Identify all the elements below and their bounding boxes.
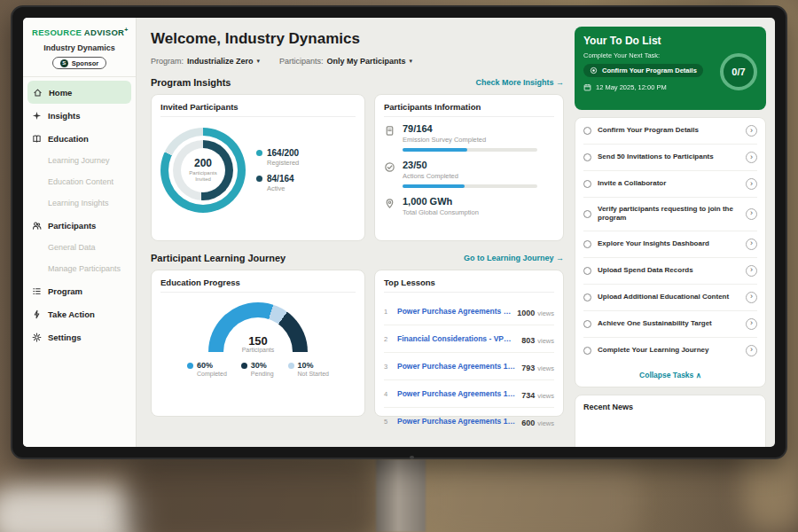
sidebar-item-manage-participants[interactable]: Manage Participants <box>23 258 136 279</box>
sidebar-item-home[interactable]: Home <box>27 81 131 104</box>
progress-bar <box>403 184 537 188</box>
monitor-bezel: RESOURCE ADVISOR+ Industry Dynamics S Sp… <box>11 5 787 459</box>
monitor-stand <box>376 459 426 532</box>
task-chevron-button[interactable]: › <box>746 318 757 330</box>
task-label: Send 50 Invitations to Participants <box>598 153 739 161</box>
task-row[interactable]: Explore Your Insights Dashboard › <box>583 231 757 258</box>
card-title: Invited Participants <box>160 102 356 117</box>
task-list-card: Confirm Your Program Details › Send 50 I… <box>575 117 766 387</box>
sidebar-item-label: General Data <box>48 243 96 252</box>
sidebar-item-program[interactable]: Program <box>23 279 136 302</box>
task-checkbox[interactable] <box>583 127 591 135</box>
link-label: Go to Learning Journey <box>464 254 554 262</box>
task-row[interactable]: Achieve One Sustainability Target › <box>583 311 757 338</box>
gauge-center-value: 150 <box>208 336 308 347</box>
lesson-row[interactable]: 4 Power Purchase Agreements 102 734views <box>384 380 554 408</box>
people-icon <box>32 221 42 231</box>
task-checkbox[interactable] <box>583 153 591 161</box>
sponsor-label: Sponsor <box>72 59 98 67</box>
lesson-row[interactable]: 3 Power Purchase Agreements 101 793views <box>384 353 554 380</box>
sidebar-item-label: Settings <box>48 332 81 342</box>
participants-filter[interactable]: Participants: Only My Participants ▾ <box>279 57 412 66</box>
task-row[interactable]: Upload Spend Data Records › <box>583 258 757 285</box>
task-checkbox[interactable] <box>583 180 591 188</box>
sidebar-item-education[interactable]: Education <box>23 127 136 150</box>
sidebar-item-learning-insights[interactable]: Learning Insights <box>23 192 136 214</box>
app-logo: RESOURCE ADVISOR+ <box>23 25 136 41</box>
collapse-tasks-link[interactable]: Collapse Tasks ∧ <box>583 364 757 387</box>
program-filter-value: Industrialize Zero <box>187 57 254 66</box>
task-checkbox[interactable] <box>583 320 591 328</box>
lesson-views: 600views <box>521 413 554 429</box>
sidebar-item-settings[interactable]: Settings <box>23 325 136 348</box>
check-more-insights-link[interactable]: Check More Insights → <box>475 78 564 87</box>
calendar-icon <box>583 83 591 91</box>
task-row[interactable]: Complete Your Learning Journey › <box>583 338 757 364</box>
sidebar-item-label: Learning Insights <box>48 199 109 207</box>
sidebar-item-label: Home <box>49 88 72 98</box>
program-filter[interactable]: Program: Industrialize Zero ▾ <box>151 57 260 66</box>
chevron-right-icon: › <box>750 319 753 327</box>
task-chevron-button[interactable]: › <box>746 178 757 190</box>
sidebar-item-participants[interactable]: Participants <box>23 214 136 237</box>
task-chevron-button[interactable]: › <box>746 265 757 277</box>
legend-label: Not Started <box>298 371 329 377</box>
sidebar-item-general-data[interactable]: General Data <box>23 237 136 258</box>
go-to-learning-journey-link[interactable]: Go to Learning Journey → <box>464 254 564 262</box>
sponsor-badge[interactable]: S Sponsor <box>52 57 106 69</box>
background-wall <box>426 457 638 532</box>
section-title: Program Insights <box>151 77 231 88</box>
lesson-link[interactable]: Financial Considerations - VPPAs <box>397 334 515 343</box>
info-row-consumption: 1,000 GWh Total Global Consumption <box>384 196 554 221</box>
task-checkbox[interactable] <box>583 267 591 275</box>
card-title: Participants Information <box>384 102 554 117</box>
background-shadow <box>124 459 381 532</box>
task-chevron-button[interactable]: › <box>746 125 757 137</box>
task-checkbox[interactable] <box>583 210 591 218</box>
task-checkbox[interactable] <box>583 240 591 248</box>
lesson-link[interactable]: Power Purchase Agreements 101 <box>397 307 511 316</box>
card-title: Education Progress <box>160 278 356 293</box>
task-label: Upload Spend Data Records <box>598 266 739 275</box>
education-progress-card: Education Progress 150 Participants <box>151 270 365 417</box>
task-chevron-button[interactable]: › <box>746 292 757 303</box>
legend-item-active: 84/164 Active <box>256 174 299 192</box>
lesson-link[interactable]: Power Purchase Agreements 101 <box>397 362 515 371</box>
lesson-row[interactable]: 5 Power Purchase Agreements 103 600views <box>384 408 554 434</box>
invited-participants-card: Invited Participants 200 Participants In… <box>151 94 365 241</box>
task-row[interactable]: Confirm Your Program Details › <box>583 118 757 145</box>
insights-cards-row: Invited Participants 200 Participants In… <box>151 94 564 241</box>
task-chevron-button[interactable]: › <box>746 345 757 356</box>
logo-advisor: ADVISOR <box>84 27 124 37</box>
sidebar-item-learning-journey[interactable]: Learning Journey <box>23 150 136 171</box>
task-checkbox[interactable] <box>583 293 591 301</box>
lesson-row[interactable]: 2 Financial Considerations - VPPAs 803vi… <box>384 325 554 353</box>
task-row[interactable]: Verify participants requesting to join t… <box>583 198 757 231</box>
lesson-link[interactable]: Power Purchase Agreements 103 <box>397 417 515 426</box>
lesson-row[interactable]: 1 Power Purchase Agreements 101 1000view… <box>384 298 554 325</box>
sidebar-divider <box>23 76 136 77</box>
sidebar-item-education-content[interactable]: Education Content <box>23 171 136 192</box>
legend-label: Completed <box>197 371 227 377</box>
next-task-label: Confirm Your Program Details <box>602 66 697 74</box>
legend-dot <box>288 363 294 369</box>
task-chevron-button[interactable]: › <box>746 208 757 220</box>
arrow-right-icon: → <box>556 254 564 262</box>
task-checkbox[interactable] <box>583 347 591 355</box>
task-row[interactable]: Invite a Collaborator › <box>583 171 757 198</box>
task-chevron-button[interactable]: › <box>746 239 757 250</box>
task-label: Explore Your Insights Dashboard <box>598 239 739 248</box>
legend-dot <box>256 150 262 156</box>
legend-value: 84/164 <box>267 174 294 184</box>
sidebar-item-insights[interactable]: Insights <box>23 104 136 127</box>
sidebar-item-label: Education Content <box>48 177 113 186</box>
task-row[interactable]: Upload Additional Educational Content › <box>583 285 757 311</box>
next-task-pill[interactable]: Confirm Your Program Details <box>583 64 703 77</box>
task-chevron-button[interactable]: › <box>746 152 757 163</box>
lesson-link[interactable]: Power Purchase Agreements 102 <box>397 389 515 398</box>
task-row[interactable]: Send 50 Invitations to Participants › <box>583 145 757 171</box>
info-row-actions: 23/50 Actions Completed <box>384 160 554 188</box>
dashboard-screen: RESOURCE ADVISOR+ Industry Dynamics S Sp… <box>23 18 775 447</box>
sidebar-item-take-action[interactable]: Take Action <box>23 302 136 325</box>
legend-dot <box>187 363 193 369</box>
